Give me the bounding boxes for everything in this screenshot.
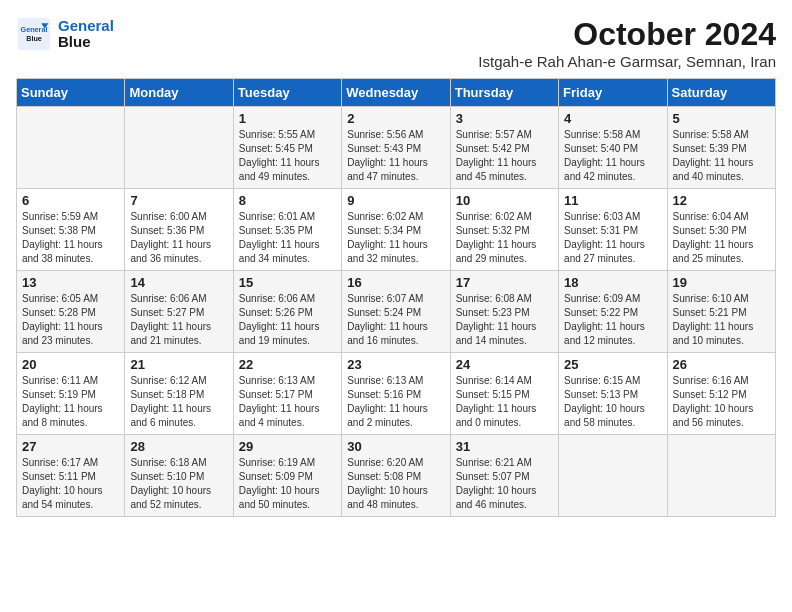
calendar-day-cell: 22 Sunrise: 6:13 AM Sunset: 5:17 PM Dayl… xyxy=(233,353,341,435)
calendar-day-cell: 4 Sunrise: 5:58 AM Sunset: 5:40 PM Dayli… xyxy=(559,107,667,189)
day-sunset: Sunset: 5:18 PM xyxy=(130,389,204,400)
day-daylight: Daylight: 11 hours and 0 minutes. xyxy=(456,403,537,428)
day-sunrise: Sunrise: 6:17 AM xyxy=(22,457,98,468)
calendar-day-cell: 19 Sunrise: 6:10 AM Sunset: 5:21 PM Dayl… xyxy=(667,271,775,353)
day-sunset: Sunset: 5:10 PM xyxy=(130,471,204,482)
day-daylight: Daylight: 11 hours and 2 minutes. xyxy=(347,403,428,428)
calendar-day-cell xyxy=(667,435,775,517)
day-number: 17 xyxy=(456,275,553,290)
calendar-day-cell: 31 Sunrise: 6:21 AM Sunset: 5:07 PM Dayl… xyxy=(450,435,558,517)
weekday-header: Tuesday xyxy=(233,79,341,107)
weekday-header: Monday xyxy=(125,79,233,107)
logo-text-general: General xyxy=(58,18,114,35)
calendar-day-cell: 11 Sunrise: 6:03 AM Sunset: 5:31 PM Dayl… xyxy=(559,189,667,271)
weekday-header: Thursday xyxy=(450,79,558,107)
day-number: 23 xyxy=(347,357,444,372)
day-sunrise: Sunrise: 6:01 AM xyxy=(239,211,315,222)
day-sunset: Sunset: 5:13 PM xyxy=(564,389,638,400)
calendar-week-row: 1 Sunrise: 5:55 AM Sunset: 5:45 PM Dayli… xyxy=(17,107,776,189)
day-number: 6 xyxy=(22,193,119,208)
day-sunrise: Sunrise: 6:02 AM xyxy=(456,211,532,222)
day-number: 14 xyxy=(130,275,227,290)
day-number: 24 xyxy=(456,357,553,372)
day-number: 21 xyxy=(130,357,227,372)
day-daylight: Daylight: 10 hours and 58 minutes. xyxy=(564,403,645,428)
calendar-day-cell: 17 Sunrise: 6:08 AM Sunset: 5:23 PM Dayl… xyxy=(450,271,558,353)
day-sunrise: Sunrise: 6:21 AM xyxy=(456,457,532,468)
day-sunset: Sunset: 5:09 PM xyxy=(239,471,313,482)
day-number: 10 xyxy=(456,193,553,208)
day-sunrise: Sunrise: 6:06 AM xyxy=(130,293,206,304)
day-daylight: Daylight: 11 hours and 10 minutes. xyxy=(673,321,754,346)
calendar-day-cell: 29 Sunrise: 6:19 AM Sunset: 5:09 PM Dayl… xyxy=(233,435,341,517)
day-sunset: Sunset: 5:26 PM xyxy=(239,307,313,318)
day-sunrise: Sunrise: 6:08 AM xyxy=(456,293,532,304)
day-number: 29 xyxy=(239,439,336,454)
day-sunrise: Sunrise: 6:05 AM xyxy=(22,293,98,304)
day-sunset: Sunset: 5:32 PM xyxy=(456,225,530,236)
day-daylight: Daylight: 11 hours and 36 minutes. xyxy=(130,239,211,264)
day-number: 27 xyxy=(22,439,119,454)
calendar-day-cell: 30 Sunrise: 6:20 AM Sunset: 5:08 PM Dayl… xyxy=(342,435,450,517)
day-sunset: Sunset: 5:34 PM xyxy=(347,225,421,236)
day-daylight: Daylight: 11 hours and 14 minutes. xyxy=(456,321,537,346)
day-sunrise: Sunrise: 5:55 AM xyxy=(239,129,315,140)
calendar-day-cell: 10 Sunrise: 6:02 AM Sunset: 5:32 PM Dayl… xyxy=(450,189,558,271)
weekday-header: Friday xyxy=(559,79,667,107)
day-daylight: Daylight: 10 hours and 50 minutes. xyxy=(239,485,320,510)
logo-icon: General Blue xyxy=(16,16,52,52)
day-daylight: Daylight: 10 hours and 46 minutes. xyxy=(456,485,537,510)
calendar-day-cell: 7 Sunrise: 6:00 AM Sunset: 5:36 PM Dayli… xyxy=(125,189,233,271)
day-sunset: Sunset: 5:23 PM xyxy=(456,307,530,318)
day-number: 22 xyxy=(239,357,336,372)
calendar-week-row: 13 Sunrise: 6:05 AM Sunset: 5:28 PM Dayl… xyxy=(17,271,776,353)
svg-text:General: General xyxy=(21,25,48,34)
day-daylight: Daylight: 11 hours and 32 minutes. xyxy=(347,239,428,264)
day-daylight: Daylight: 11 hours and 19 minutes. xyxy=(239,321,320,346)
day-number: 12 xyxy=(673,193,770,208)
day-sunrise: Sunrise: 6:10 AM xyxy=(673,293,749,304)
day-number: 26 xyxy=(673,357,770,372)
day-number: 18 xyxy=(564,275,661,290)
day-daylight: Daylight: 11 hours and 6 minutes. xyxy=(130,403,211,428)
day-daylight: Daylight: 10 hours and 48 minutes. xyxy=(347,485,428,510)
day-daylight: Daylight: 11 hours and 12 minutes. xyxy=(564,321,645,346)
day-sunrise: Sunrise: 5:56 AM xyxy=(347,129,423,140)
day-daylight: Daylight: 11 hours and 45 minutes. xyxy=(456,157,537,182)
calendar-day-cell: 8 Sunrise: 6:01 AM Sunset: 5:35 PM Dayli… xyxy=(233,189,341,271)
day-number: 28 xyxy=(130,439,227,454)
day-sunrise: Sunrise: 6:09 AM xyxy=(564,293,640,304)
day-sunrise: Sunrise: 5:58 AM xyxy=(673,129,749,140)
day-sunset: Sunset: 5:15 PM xyxy=(456,389,530,400)
logo-text-blue: Blue xyxy=(58,34,114,51)
day-sunset: Sunset: 5:30 PM xyxy=(673,225,747,236)
day-sunset: Sunset: 5:31 PM xyxy=(564,225,638,236)
day-sunrise: Sunrise: 5:59 AM xyxy=(22,211,98,222)
weekday-header: Wednesday xyxy=(342,79,450,107)
calendar-day-cell: 23 Sunrise: 6:13 AM Sunset: 5:16 PM Dayl… xyxy=(342,353,450,435)
day-daylight: Daylight: 10 hours and 54 minutes. xyxy=(22,485,103,510)
day-sunset: Sunset: 5:45 PM xyxy=(239,143,313,154)
day-sunset: Sunset: 5:28 PM xyxy=(22,307,96,318)
day-sunset: Sunset: 5:11 PM xyxy=(22,471,96,482)
logo: General Blue General Blue xyxy=(16,16,114,52)
calendar-header-row: SundayMondayTuesdayWednesdayThursdayFrid… xyxy=(17,79,776,107)
day-daylight: Daylight: 11 hours and 42 minutes. xyxy=(564,157,645,182)
day-sunset: Sunset: 5:43 PM xyxy=(347,143,421,154)
day-number: 8 xyxy=(239,193,336,208)
day-daylight: Daylight: 11 hours and 25 minutes. xyxy=(673,239,754,264)
day-sunset: Sunset: 5:16 PM xyxy=(347,389,421,400)
day-sunset: Sunset: 5:39 PM xyxy=(673,143,747,154)
day-daylight: Daylight: 11 hours and 34 minutes. xyxy=(239,239,320,264)
day-sunrise: Sunrise: 6:04 AM xyxy=(673,211,749,222)
main-title: October 2024 xyxy=(478,16,776,53)
calendar-day-cell: 12 Sunrise: 6:04 AM Sunset: 5:30 PM Dayl… xyxy=(667,189,775,271)
day-sunrise: Sunrise: 6:16 AM xyxy=(673,375,749,386)
day-number: 7 xyxy=(130,193,227,208)
day-sunset: Sunset: 5:35 PM xyxy=(239,225,313,236)
day-number: 31 xyxy=(456,439,553,454)
day-daylight: Daylight: 11 hours and 40 minutes. xyxy=(673,157,754,182)
day-number: 4 xyxy=(564,111,661,126)
calendar-day-cell: 3 Sunrise: 5:57 AM Sunset: 5:42 PM Dayli… xyxy=(450,107,558,189)
calendar-day-cell: 28 Sunrise: 6:18 AM Sunset: 5:10 PM Dayl… xyxy=(125,435,233,517)
